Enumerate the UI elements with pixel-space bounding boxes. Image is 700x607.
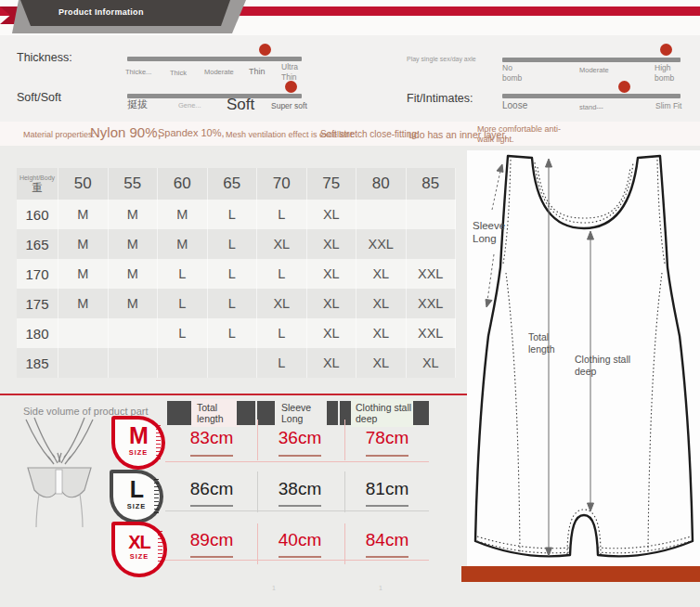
- table-cell: L: [257, 200, 307, 229]
- table-cell: [208, 348, 258, 378]
- elasticity-slider-track: [502, 58, 681, 62]
- measure-value: 81cm: [345, 479, 429, 499]
- ruler-icon: [158, 531, 162, 568]
- table-cell: [407, 200, 457, 229]
- table-cell: [58, 318, 109, 348]
- column-separator: [257, 471, 258, 512]
- measure-row-xl: XL SIZE 89cm 40cm 84cm: [0, 520, 461, 572]
- soft-slider-dot: [285, 81, 297, 93]
- table-cell: L: [158, 289, 208, 318]
- table-cell: L: [208, 200, 258, 229]
- badge-size-sub: SIZE: [115, 552, 163, 561]
- page-title: Product Information: [58, 7, 144, 17]
- material-properties-label: Material properties:: [23, 130, 95, 139]
- page-mark: 1: [379, 585, 382, 591]
- table-cell: L: [208, 318, 258, 348]
- table-cell: M: [58, 289, 109, 318]
- table-cell: M: [58, 200, 109, 229]
- row-header: 160: [17, 200, 58, 229]
- badge-size-sub: SIZE: [113, 502, 160, 510]
- table-row: 180 L L L XL XL XXL: [17, 318, 456, 348]
- thickness-slider-track: [127, 57, 302, 61]
- measure-row-l: L SIZE 86cm 38cm 81cm: [0, 468, 461, 516]
- table-cell: [158, 348, 208, 378]
- garment-diagram-panel: Sleeve Long Total length Clothing stall …: [467, 150, 700, 566]
- thickness-tick-0: Thicke...: [125, 68, 151, 76]
- badge-size-letter: M: [115, 424, 162, 447]
- row-underline: [165, 461, 429, 462]
- table-cell: XL: [257, 229, 307, 259]
- fit-tick-0: Loose: [502, 100, 527, 112]
- thickness-tick-1: Thick: [170, 69, 187, 77]
- thickness-tick-3: Thin: [249, 67, 266, 77]
- measure-row-m: M SIZE 83cm 36cm 78cm: [0, 416, 461, 468]
- size-table-header-row: Height/Body 重 50 55 60 65 70 75 80 85: [17, 168, 456, 200]
- table-row: 170 M M L L L XL XL XXL: [17, 259, 456, 289]
- elasticity-tick-1: Moderate: [579, 66, 609, 74]
- soft-tick-0: 挺拔: [127, 98, 148, 111]
- table-cell: XL: [307, 348, 357, 378]
- badge-size-letter: L: [113, 478, 160, 501]
- column-separator: [344, 523, 345, 564]
- soft-tick-1: Gene...: [178, 101, 201, 110]
- row-underline: [165, 510, 429, 511]
- table-row: 175 M M L L XL XL XL XXL: [17, 289, 456, 318]
- size-badge-l: L SIZE: [110, 470, 163, 523]
- table-row: 165 M M M L XL XL XXL: [17, 229, 456, 259]
- table-cell: [109, 348, 159, 378]
- value-underline: [366, 505, 408, 507]
- fit-tick-1: stand---: [579, 103, 603, 111]
- corner-label-bottom: 重: [32, 182, 43, 193]
- measure-value: 40cm: [258, 530, 342, 550]
- product-information-page: Product Information Thickness: Thicke...…: [0, 0, 700, 607]
- column-separator: [344, 420, 345, 460]
- table-cell: M: [109, 289, 159, 318]
- table-corner-cell: Height/Body 重: [17, 168, 58, 200]
- value-underline: [279, 505, 321, 507]
- diagram-label-stall-deep: Clothing stall deep: [575, 354, 653, 378]
- size-badge-xl: XL SIZE: [111, 522, 167, 577]
- measure-value: 38cm: [258, 479, 342, 499]
- table-cell: XL: [356, 259, 407, 289]
- diagram-label-total-length: Total length: [528, 331, 571, 355]
- thickness-tick-2: Moderate: [204, 68, 234, 76]
- soft-label: Soft/Soft: [17, 91, 61, 104]
- table-cell: M: [58, 259, 109, 289]
- soft-slider-track: [127, 94, 302, 98]
- corner-label-top: Height/Body: [19, 174, 55, 182]
- column-header: 50: [58, 168, 109, 200]
- value-underline: [190, 556, 233, 558]
- table-cell: XL: [356, 348, 407, 378]
- table-cell: [109, 318, 159, 348]
- soft-tick-3: Super soft: [271, 101, 307, 111]
- table-cell: M: [58, 229, 109, 259]
- material-item-comfort: More comfortable anti-walk light.: [477, 124, 577, 145]
- table-row: 160 M M M L L XL: [17, 200, 456, 229]
- row-header: 180: [17, 318, 58, 348]
- fit-slider-dot: [618, 81, 630, 93]
- thickness-slider-dot: [259, 44, 271, 56]
- table-cell: L: [208, 289, 258, 318]
- row-underline: [165, 560, 429, 561]
- table-cell: XL: [356, 289, 407, 318]
- table-cell: L: [208, 229, 258, 259]
- table-cell: XXL: [407, 289, 457, 318]
- column-header: 65: [208, 168, 258, 200]
- elasticity-tick-2: High bomb: [655, 63, 681, 83]
- material-item-nylon: Nylon 90%,: [90, 124, 162, 140]
- row-header: 165: [17, 229, 58, 259]
- table-cell: XL: [407, 348, 457, 378]
- value-underline: [190, 505, 233, 507]
- row-header: 175: [17, 289, 58, 318]
- table-cell: L: [257, 348, 307, 378]
- table-cell: XL: [356, 318, 407, 348]
- fit-tick-2: Slim Fit: [655, 101, 681, 111]
- badge-size-sub: SIZE: [115, 448, 162, 457]
- thickness-tick-4: Ultra Thin: [281, 62, 307, 82]
- measure-value: 86cm: [170, 479, 253, 499]
- table-cell: L: [257, 318, 307, 348]
- elasticity-label: Play single sex/day axle: [407, 56, 476, 62]
- table-cell: M: [158, 229, 208, 259]
- size-badge-m: M SIZE: [111, 416, 165, 470]
- row-header: 185: [17, 348, 58, 378]
